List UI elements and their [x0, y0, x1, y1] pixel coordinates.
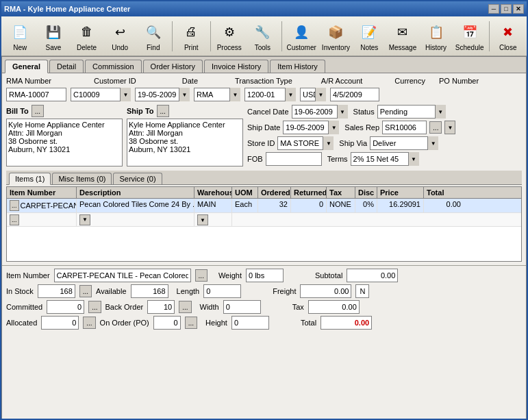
transaction-type-wrapper: ▼ — [194, 88, 240, 101]
store-id-input[interactable] — [277, 136, 334, 150]
committed-input[interactable] — [47, 300, 84, 314]
item-number-bottom-label: Item Number — [6, 271, 50, 280]
ar-account-input[interactable] — [244, 88, 296, 101]
history-button[interactable]: 📋 History — [420, 18, 452, 54]
fob-input[interactable] — [266, 152, 322, 166]
minimize-button[interactable]: ─ — [488, 4, 499, 14]
width-label: Width — [200, 303, 219, 311]
bill-to-ellipsis-button[interactable]: ... — [32, 105, 44, 117]
freight-input[interactable] — [300, 284, 351, 298]
tools-button[interactable]: 🔧 Tools — [247, 18, 279, 54]
cell-description: Pecan Colored Tiles Come 24 By ... — [77, 199, 194, 212]
customer-id-wrapper: ▼ — [71, 88, 131, 101]
on-order-input[interactable] — [153, 316, 181, 330]
transaction-type-input[interactable] — [194, 88, 240, 101]
find-button[interactable]: 🔍 Find — [137, 18, 169, 54]
tab-item-history[interactable]: Item History — [270, 60, 325, 73]
customer-id-input[interactable] — [71, 88, 131, 101]
item-number-bottom-input[interactable] — [54, 269, 191, 282]
ship-via-label: Ship Via — [339, 139, 367, 147]
tab-order-history[interactable]: Order History — [143, 60, 203, 73]
schedule-icon: 📅 — [459, 21, 481, 43]
items-tab-bar: Items (1) Misc Items (0) Service (0) — [6, 171, 522, 185]
store-id-label: Store ID — [247, 139, 275, 147]
on-order-ellipsis[interactable]: ... — [185, 317, 197, 329]
currency-wrapper: ▼ — [300, 88, 326, 101]
close-button[interactable]: ✖ Close — [492, 18, 524, 54]
transaction-type-label: Transaction Type — [235, 77, 292, 85]
available-input[interactable] — [131, 284, 168, 298]
new-button[interactable]: 📄 New — [4, 18, 36, 54]
delete-button[interactable]: 🗑 Delete — [71, 18, 103, 54]
tab-invoice-history[interactable]: Invoice History — [204, 60, 268, 73]
status-input[interactable] — [377, 105, 446, 119]
tab-general[interactable]: General — [5, 60, 48, 73]
date-label: Date — [182, 77, 198, 85]
close-window-button[interactable]: ✕ — [513, 4, 524, 14]
sales-rep-ellipsis-button[interactable]: ... — [429, 121, 442, 134]
allocated-ellipsis[interactable]: ... — [83, 317, 95, 329]
in-stock-ellipsis[interactable]: ... — [79, 285, 92, 297]
allocated-input[interactable] — [41, 316, 79, 330]
tax-input[interactable] — [308, 300, 360, 314]
maximize-button[interactable]: □ — [501, 4, 512, 14]
ship-to-section: Ship To ... Kyle Home Appliance Center A… — [127, 105, 243, 168]
item-number-ellipsis[interactable]: ... — [10, 200, 19, 211]
new-icon: 📄 — [9, 21, 31, 43]
ship-to-ellipsis-button[interactable]: ... — [157, 105, 169, 117]
print-icon: 🖨 — [180, 21, 202, 43]
items-tab-service[interactable]: Service (0) — [113, 173, 162, 184]
currency-input[interactable] — [300, 88, 326, 101]
schedule-label: Schedule — [455, 44, 484, 51]
committed-ellipsis[interactable]: ... — [88, 301, 101, 313]
message-label: Message — [389, 44, 417, 51]
print-button[interactable]: 🖨 Print — [175, 18, 208, 54]
ship-to-textarea[interactable]: Kyle Home Appliance Center Attn: Jill Mo… — [127, 119, 243, 166]
po-number-input[interactable] — [330, 88, 379, 101]
freight-suffix-input[interactable] — [355, 284, 369, 298]
height-input[interactable] — [231, 316, 269, 330]
tab-detail[interactable]: Detail — [49, 60, 84, 73]
message-button[interactable]: ✉ Message — [387, 18, 419, 54]
table-row[interactable]: ... CARPET-PECAN T... Pecan Colored Tile… — [7, 199, 521, 213]
col-total: Total — [424, 187, 464, 198]
save-button[interactable]: 💾 Save — [38, 18, 70, 54]
bill-to-textarea[interactable]: Kyle Home Appliance Center Attn: Jill Mo… — [6, 119, 123, 166]
cell-new-warehouse: ▼ — [194, 213, 232, 226]
inventory-button[interactable]: 📦 Inventory — [320, 18, 352, 54]
new-item-ellipsis[interactable]: ... — [10, 214, 19, 225]
new-desc-arrow[interactable]: ▼ — [79, 214, 90, 225]
customer-button[interactable]: 👤 Customer — [285, 18, 318, 54]
tab-commission[interactable]: Commission — [85, 60, 142, 73]
notes-button[interactable]: 📝 Notes — [353, 18, 386, 54]
warehouse-arrow[interactable]: ▼ — [197, 214, 208, 225]
rma-number-input[interactable] — [6, 88, 66, 101]
ship-via-input[interactable] — [370, 136, 438, 150]
length-input[interactable] — [203, 284, 241, 298]
sales-rep-dropdown[interactable]: ▼ — [444, 121, 455, 134]
process-button[interactable]: ⚙ Process — [213, 18, 245, 54]
weight-input[interactable] — [246, 269, 284, 282]
ship-date-input[interactable] — [283, 121, 339, 134]
currency-label: Currency — [394, 77, 425, 85]
schedule-button[interactable]: 📅 Schedule — [453, 18, 486, 54]
item-number-bottom-ellipsis[interactable]: ... — [195, 269, 208, 282]
undo-button[interactable]: ↩ Undo — [104, 18, 136, 54]
back-order-ellipsis[interactable]: ... — [179, 301, 191, 313]
in-stock-input[interactable] — [38, 284, 75, 298]
terms-input[interactable] — [351, 152, 419, 166]
subtotal-input[interactable] — [347, 269, 398, 282]
cancel-date-input[interactable] — [292, 105, 348, 119]
sales-rep-input[interactable] — [382, 121, 427, 134]
freight-label: Freight — [273, 287, 296, 295]
total-bottom-input[interactable] — [320, 316, 372, 330]
window-title: RMA - Kyle Home Appliance Center — [4, 5, 130, 13]
notes-icon: 📝 — [358, 21, 380, 43]
width-input[interactable] — [223, 300, 261, 314]
items-tab-items[interactable]: Items (1) — [9, 173, 51, 185]
back-order-input[interactable] — [147, 300, 175, 314]
table-row-empty[interactable]: ... ▼ ▼ — [7, 213, 521, 227]
date-input[interactable] — [135, 88, 190, 101]
message-icon: ✉ — [392, 21, 414, 43]
items-tab-misc[interactable]: Misc Items (0) — [52, 173, 112, 184]
